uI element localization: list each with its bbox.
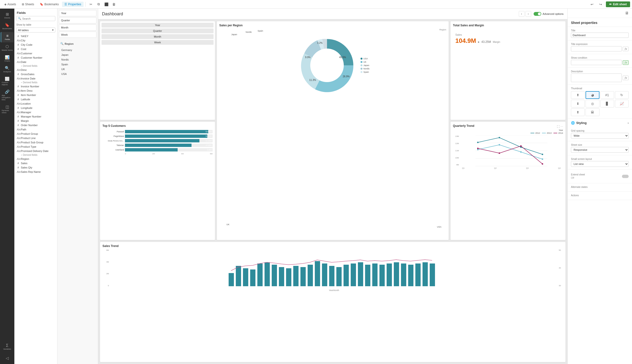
field-invoice-date[interactable]: AbcInvoice Date [14,76,57,81]
field-order-number[interactable]: #Order Number [14,123,57,127]
thumb-refresh[interactable]: ↻ [615,91,629,99]
nav-custom-objects[interactable]: ⬜ Custom objects [1,75,14,88]
thumb-bar[interactable]: ▊ [600,100,614,108]
nav-sheets[interactable]: ⊞ Sheets [1,10,14,21]
expand-icon[interactable]: ⛶ [557,125,560,128]
field-latitude[interactable]: #Latitude [14,97,57,102]
field-manager-number[interactable]: #Manager Number [14,114,57,119]
show-condition-input[interactable] [571,60,622,65]
thumb-pie[interactable]: ◕ [586,91,599,99]
thumb-building[interactable]: 🏛 [586,108,599,116]
region-nordic[interactable]: Nordic [59,57,96,62]
thumb-upload2[interactable]: ⬆ [571,108,584,116]
nav-master-items[interactable]: ⬡ Master items [1,43,14,53]
field-sales-rep-name[interactable]: AbcSales Rep Name [14,170,57,174]
field-customer-number[interactable]: #Customer Number [14,56,57,60]
field-city-code[interactable]: #City Code [14,42,57,47]
tab-bookmarks[interactable]: 🔖 Bookmarks [37,2,61,7]
region-germany[interactable]: Germany [59,48,96,52]
paste-button[interactable]: ⬛ [103,1,110,8]
description-input[interactable] [571,74,622,82]
field-path[interactable]: AbcPath [14,127,57,132]
nav-dynamic-views[interactable]: ◫ Dynamic views [1,103,14,116]
week-filter-btn[interactable]: Week [102,40,214,45]
field-desc[interactable]: AbcDesc [14,68,57,72]
month-filter-btn[interactable]: Month [102,34,214,39]
field-longitude[interactable]: #Longitude [14,106,57,110]
legend-japan: Japan [360,64,370,66]
tab-properties[interactable]: ☰ Properties [62,2,84,7]
nav-analyses[interactable]: 🔍 Analyses [1,64,14,75]
thumb-target[interactable]: ◎ [586,100,599,108]
tab-assets[interactable]: ◈ Assets [2,2,18,7]
field-location[interactable]: AbcLocation [14,102,57,106]
grid-spacing-select[interactable]: Wide Narrow No spacing [571,133,629,138]
nav-variables[interactable]: Σ Variables [1,342,14,352]
show-condition-fx-btn[interactable]: ƒx [623,60,629,65]
field-product-sub-group[interactable]: AbcProduct Sub Group [14,140,57,144]
nav-collapse[interactable]: ◁ [1,354,14,362]
quarter-filter-btn[interactable]: Quarter [102,28,214,33]
fields-search-input[interactable] [22,17,54,20]
thumb-download[interactable]: ⬇ [571,100,584,108]
filter-week[interactable]: Week [59,32,96,38]
advanced-options-switch[interactable] [534,12,541,16]
delete-button[interactable]: 🗑 [110,1,117,8]
edit-sheet-button[interactable]: ✏ Edit sheet [606,2,630,7]
nav-bookmarks[interactable]: 🔖 Bookmarks [1,21,14,32]
redo-button[interactable]: ↪ [597,1,604,8]
field-sales[interactable]: #Sales [14,161,57,165]
nav-charts[interactable]: 📊 Charts [1,54,14,64]
description-fx-btn[interactable]: ƒx [623,76,629,80]
field-key[interactable]: #%KEY [14,34,57,38]
filter-quarter[interactable]: Quarter [59,17,96,24]
bar-deak: Deak-Perera Gro... 5.11M [102,139,212,142]
svg-rect-26 [250,270,256,286]
title-input[interactable] [571,32,629,38]
tab-sheets[interactable]: ⊞ Sheets [20,2,36,7]
next-button[interactable]: › [526,11,531,17]
thumb-upload[interactable]: ⬆ [571,91,584,99]
filter-year[interactable]: Year [59,10,96,16]
extend-sheet-toggle[interactable] [622,175,629,178]
field-product-group[interactable]: AbcProduct Group [14,132,57,136]
field-product-line[interactable]: AbcProduct Line [14,136,57,140]
field-item-desc[interactable]: AbcItem Desc [14,88,57,93]
field-customer[interactable]: AbcCustomer [14,51,57,56]
year-filter-btn[interactable]: Year [102,23,214,28]
advanced-options-toggle[interactable]: Advanced options [534,12,564,16]
nav-fields[interactable]: ≡ Fields [1,32,14,42]
field-cost[interactable]: #Cost [14,47,57,51]
copy-button[interactable]: ⧉ [95,1,102,8]
filter-month[interactable]: Month [59,24,96,31]
region-usa[interactable]: USA [59,72,96,76]
prev-button[interactable]: ‹ [519,11,524,17]
field-gross-sales[interactable]: #GrossSales [14,72,57,76]
styling-header[interactable]: 🌐 Styling › [568,119,632,127]
thumb-trend[interactable]: 📈 [615,100,629,108]
thumb-hash[interactable]: #1 [600,91,614,99]
field-invoice-number[interactable]: #Invoice Number [14,84,57,88]
region-japan[interactable]: Japan [59,52,96,57]
sheet-size-select[interactable]: Responsive Fixed Custom [571,147,629,153]
small-screen-select[interactable]: List view Grid view [571,161,629,167]
field-promised-delivery[interactable]: AbcPromised Delivery Date [14,149,57,153]
table-selector[interactable]: All tables ▾ [16,28,55,32]
fields-search-box[interactable]: 🔍 [16,16,55,21]
field-product-type[interactable]: AbcProduct Type [14,144,57,149]
field-city[interactable]: AbcCity [14,38,57,42]
field-margin[interactable]: #Margin [14,119,57,123]
field-item-number[interactable]: #Item Number [14,93,57,97]
cut-button[interactable]: ✂ [88,1,94,8]
more-icon[interactable]: ⋯ [560,125,563,128]
field-region[interactable]: AbcRegion [14,157,57,161]
undo-button[interactable]: ↩ [589,1,595,8]
field-manager[interactable]: AbcManager [14,110,57,114]
region-spain[interactable]: Spain [59,62,96,67]
field-sales-qty[interactable]: #Sales Qty [14,165,57,170]
nav-app-nav[interactable]: 🔗 App navigation links [1,88,14,103]
title-expression-input[interactable] [571,46,622,52]
region-uk[interactable]: UK [59,67,96,72]
field-date[interactable]: AbcDate [14,60,57,64]
title-expression-fx-btn[interactable]: ƒx [623,47,629,51]
